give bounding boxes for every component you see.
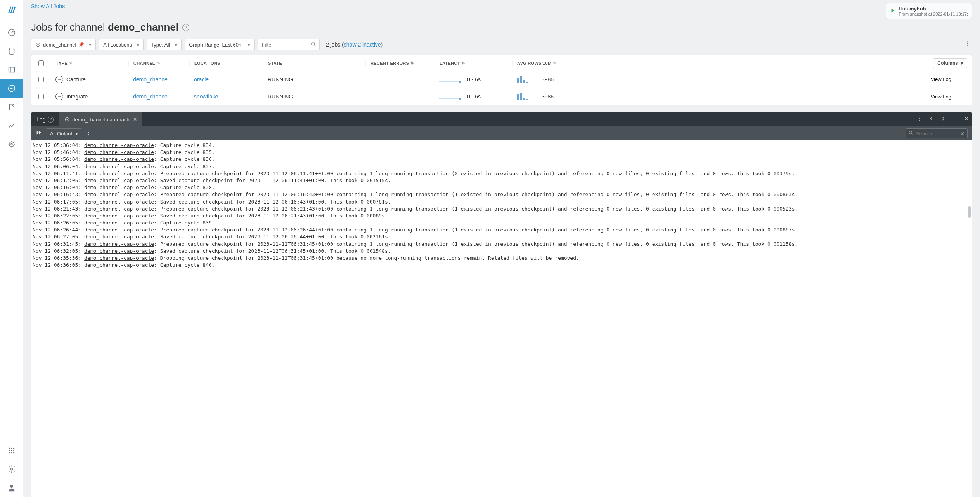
svg-point-13 — [11, 452, 12, 453]
chevron-down-icon: ▾ — [137, 42, 139, 48]
row-more-icon[interactable] — [959, 74, 967, 84]
th-latency[interactable]: LATENCY⇅ — [435, 61, 512, 66]
play-icon — [890, 8, 895, 14]
svg-point-15 — [10, 468, 13, 470]
log-minimize-icon[interactable] — [949, 114, 961, 125]
svg-point-26 — [963, 94, 963, 95]
svg-point-14 — [13, 452, 14, 453]
row-state: RUNNING — [263, 93, 365, 100]
log-close-icon[interactable] — [961, 114, 972, 125]
svg-point-9 — [9, 450, 10, 451]
filter-locations[interactable]: All Locations▾ — [99, 39, 144, 50]
svg-point-28 — [963, 97, 963, 98]
th-type[interactable]: TYPE⇅ — [51, 61, 128, 66]
row-channel-link[interactable]: demo_channel — [133, 76, 169, 83]
svg-point-12 — [9, 452, 10, 453]
scrollbar-thumb[interactable] — [968, 206, 971, 218]
nav-user[interactable] — [0, 478, 23, 497]
view-log-button[interactable]: View Log — [926, 91, 956, 102]
nav-database[interactable] — [0, 42, 23, 60]
log-prev-icon[interactable] — [926, 114, 937, 125]
show-inactive-link[interactable]: show 2 inactive — [344, 41, 381, 48]
filter-type[interactable]: Type: All▾ — [147, 39, 182, 50]
close-icon[interactable]: ✕ — [133, 117, 137, 122]
hub-prefix: Hub — [899, 6, 908, 12]
columns-button[interactable]: Columns▾ — [933, 58, 967, 68]
more-menu[interactable] — [963, 39, 972, 50]
help-icon[interactable]: ? — [182, 24, 189, 31]
app-logo[interactable] — [7, 4, 16, 16]
select-all-checkbox[interactable] — [38, 60, 44, 66]
table-row: Capture demo_channel oracle RUNNING 0 - … — [31, 71, 972, 88]
th-errors[interactable]: RECENT ERRORS⇅ — [365, 61, 435, 66]
log-line: Nov 12 06:26:44: demo_channel-cap-oracle… — [33, 226, 971, 233]
rows-spark — [517, 76, 535, 83]
nav-tables[interactable] — [0, 60, 23, 79]
row-latency: 0 - 6s — [467, 76, 481, 83]
row-location-link[interactable]: snowflake — [194, 93, 218, 100]
log-line: Nov 12 06:16:04: demo_channel-cap-oracle… — [33, 184, 971, 191]
svg-point-7 — [11, 448, 12, 449]
row-channel-link[interactable]: demo_channel — [133, 93, 169, 100]
filter-graphrange-label: Graph Range: Last 60m — [189, 42, 243, 48]
svg-point-1 — [9, 48, 14, 50]
filter-channel[interactable]: demo_channel 📌 ▾ — [31, 39, 96, 50]
log-body[interactable]: Nov 12 05:36:04: demo_channel-cap-oracle… — [31, 140, 972, 497]
job-type-icon — [55, 76, 63, 83]
view-log-button[interactable]: View Log — [926, 74, 956, 85]
log-title-tab: Log ? — [31, 112, 59, 126]
nav-apps[interactable] — [0, 441, 23, 460]
table-row: Integrate demo_channel snowflake RUNNING… — [31, 88, 972, 105]
filter-search[interactable] — [258, 39, 320, 50]
filter-graph-range[interactable]: Graph Range: Last 60m▾ — [185, 39, 255, 50]
row-more-icon[interactable] — [959, 92, 967, 102]
th-state[interactable]: STATE — [263, 61, 365, 66]
log-line: Nov 12 06:21:43: demo_channel-cap-oracle… — [33, 205, 971, 212]
svg-rect-2 — [9, 67, 14, 72]
nav-dashboard[interactable] — [0, 23, 23, 42]
log-line: Nov 12 05:46:04: demo_channel-cap-oracle… — [33, 149, 971, 156]
row-avg: 3986 — [542, 93, 554, 100]
row-latency: 0 - 6s — [467, 93, 481, 100]
row-checkbox[interactable] — [38, 77, 44, 82]
row-type: Capture — [66, 76, 86, 83]
pin-icon: 📌 — [78, 42, 84, 47]
breadcrumb-show-all[interactable]: Show All Jobs — [31, 3, 65, 9]
svg-point-35 — [88, 132, 89, 133]
job-type-icon — [55, 93, 63, 100]
nav-flags[interactable] — [0, 98, 23, 116]
log-output-dropdown[interactable]: All Output▾ — [46, 128, 82, 138]
log-line: Nov 12 06:27:05: demo_channel-cap-oracle… — [33, 233, 971, 240]
svg-point-29 — [66, 117, 69, 121]
log-search-input[interactable] — [906, 128, 968, 138]
svg-point-22 — [967, 45, 968, 46]
jobs-table: TYPE⇅ CHANNEL⇅ LOCATIONS STATE RECENT ER… — [31, 55, 972, 105]
log-more-icon[interactable] — [914, 114, 926, 125]
nav-settings[interactable] — [0, 460, 23, 478]
hub-snapshot: From snapshot at 2022-01-11 10:17; — [899, 12, 968, 16]
nav-target[interactable] — [0, 135, 23, 154]
nav-analytics[interactable] — [0, 116, 23, 135]
svg-point-27 — [963, 95, 963, 96]
log-search[interactable]: ✕ — [906, 128, 968, 138]
svg-point-37 — [909, 131, 912, 134]
log-tab-active[interactable]: demo_channel-cap-oracle ✕ — [59, 112, 142, 126]
row-location-link[interactable]: oracle — [194, 76, 209, 83]
log-line: Nov 12 06:32:05: demo_channel-cap-oracle… — [33, 248, 971, 255]
row-checkbox[interactable] — [38, 94, 44, 99]
log-next-icon[interactable] — [937, 114, 949, 125]
hub-info[interactable]: Hub myhub From snapshot at 2022-01-11 10… — [886, 3, 972, 19]
help-icon[interactable]: ? — [48, 117, 54, 123]
chevron-down-icon: ▾ — [175, 42, 177, 48]
log-toolbar-more-icon[interactable] — [86, 130, 92, 137]
nav-jobs[interactable] — [0, 79, 23, 98]
th-locations[interactable]: LOCATIONS — [189, 61, 263, 66]
svg-point-18 — [38, 44, 38, 45]
row-state: RUNNING — [263, 76, 365, 83]
clear-icon[interactable]: ✕ — [960, 130, 965, 138]
log-fastforward-icon[interactable] — [36, 129, 42, 137]
svg-point-19 — [312, 42, 315, 45]
th-channel[interactable]: CHANNEL⇅ — [128, 61, 189, 66]
th-avg[interactable]: AVG ROWS/10M⇅ — [512, 61, 563, 66]
left-sidebar — [0, 0, 23, 497]
